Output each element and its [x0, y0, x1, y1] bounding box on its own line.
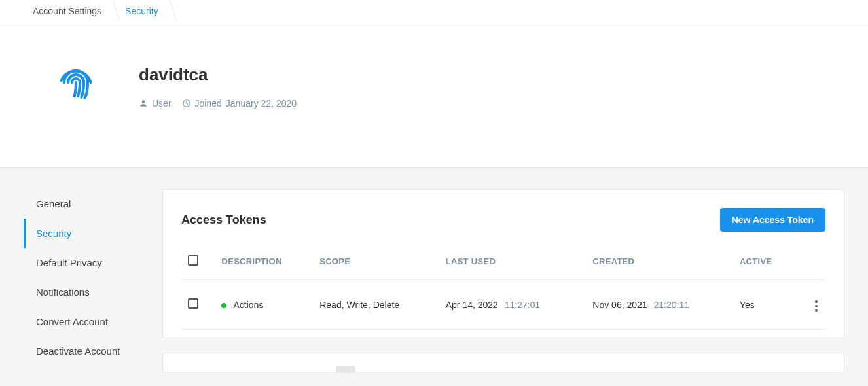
user-joined: Joined January 22, 2020 [182, 98, 297, 109]
fingerprint-icon [52, 63, 99, 110]
sidebar-item-general[interactable]: General [24, 189, 152, 219]
user-role-label: User [152, 98, 172, 109]
sidebar-item-notifications[interactable]: Notifications [24, 277, 152, 307]
tokens-table: DESCRIPTION SCOPE LAST USED CREATED ACTI… [181, 243, 825, 330]
sidebar-item-security[interactable]: Security [24, 219, 152, 248]
joined-prefix: Joined [195, 98, 222, 109]
sidebar-item-deactivate-account[interactable]: Deactivate Account [24, 336, 152, 366]
profile-header: davidtca User Joined January 22, 2020 [0, 22, 868, 167]
person-icon [139, 99, 148, 108]
status-dot-icon [221, 303, 226, 308]
more-actions-icon[interactable] [812, 298, 820, 315]
chevron-right-icon [109, 3, 117, 19]
col-created: CREATED [587, 243, 734, 280]
row-last-used-time: 11:27:01 [505, 300, 541, 310]
user-info: davidtca User Joined January 22, 2020 [139, 65, 297, 109]
table-header-row: DESCRIPTION SCOPE LAST USED CREATED ACTI… [181, 243, 825, 280]
joined-date: January 22, 2020 [226, 98, 297, 109]
username: davidtca [139, 65, 297, 85]
sidebar: General Security Default Privacy Notific… [24, 189, 152, 372]
card-header: Access Tokens New Access Token [181, 208, 825, 232]
avatar [51, 61, 101, 111]
table-row: Actions Read, Write, Delete Apr 14, 2022… [181, 280, 825, 330]
row-checkbox[interactable] [188, 298, 198, 309]
breadcrumb-account-settings[interactable]: Account Settings [30, 3, 109, 19]
row-description: Actions [233, 300, 263, 310]
col-last-used: LAST USED [441, 243, 588, 280]
col-description: DESCRIPTION [216, 243, 314, 280]
main-content: Access Tokens New Access Token DESCRIPTI… [162, 189, 844, 372]
clock-icon [182, 99, 191, 108]
row-active: Yes [734, 280, 797, 330]
chevron-right-icon [166, 3, 174, 19]
row-last-used-date: Apr 14, 2022 [446, 300, 498, 310]
sidebar-item-convert-account[interactable]: Convert Account [24, 307, 152, 336]
new-access-token-button[interactable]: New Access Token [720, 208, 825, 232]
user-meta: User Joined January 22, 2020 [139, 98, 297, 109]
row-scope: Read, Write, Delete [314, 280, 441, 330]
sidebar-item-default-privacy[interactable]: Default Privacy [24, 248, 152, 277]
breadcrumb-security[interactable]: Security [122, 3, 166, 19]
content-area: General Security Default Privacy Notific… [0, 167, 868, 386]
access-tokens-card: Access Tokens New Access Token DESCRIPTI… [162, 189, 844, 338]
col-active: ACTIVE [734, 243, 797, 280]
select-all-checkbox[interactable] [188, 255, 198, 266]
row-created-time: 21:20:11 [654, 300, 690, 310]
card-title: Access Tokens [181, 213, 266, 227]
placeholder-block [336, 366, 355, 373]
col-scope: SCOPE [314, 243, 441, 280]
row-created-date: Nov 06, 2021 [592, 300, 647, 310]
user-role: User [139, 98, 172, 109]
secondary-card [162, 353, 844, 372]
breadcrumb: Account Settings Security [0, 0, 868, 22]
